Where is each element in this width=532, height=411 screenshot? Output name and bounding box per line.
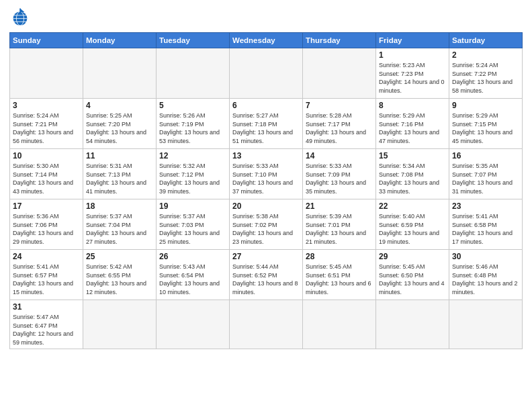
calendar-cell bbox=[303, 300, 376, 349]
day-number: 26 bbox=[159, 252, 226, 261]
calendar-cell bbox=[83, 300, 157, 349]
calendar-cell: 14Sunrise: 5:33 AM Sunset: 7:09 PM Dayli… bbox=[303, 149, 376, 199]
day-info: Sunrise: 5:35 AM Sunset: 7:07 PM Dayligh… bbox=[452, 162, 519, 195]
day-number: 1 bbox=[379, 50, 446, 60]
day-number: 3 bbox=[13, 101, 80, 110]
calendar-cell bbox=[230, 300, 303, 349]
day-number: 19 bbox=[159, 201, 226, 211]
calendar-cell: 24Sunrise: 5:41 AM Sunset: 6:57 PM Dayli… bbox=[10, 250, 83, 300]
day-number: 24 bbox=[13, 252, 80, 261]
week-row-5: 24Sunrise: 5:41 AM Sunset: 6:57 PM Dayli… bbox=[10, 250, 523, 300]
day-number: 7 bbox=[306, 101, 373, 110]
day-info: Sunrise: 5:39 AM Sunset: 7:01 PM Dayligh… bbox=[306, 212, 373, 246]
week-row-2: 3Sunrise: 5:24 AM Sunset: 7:21 PM Daylig… bbox=[10, 99, 523, 149]
calendar-cell: 26Sunrise: 5:43 AM Sunset: 6:54 PM Dayli… bbox=[157, 250, 230, 300]
week-row-4: 17Sunrise: 5:36 AM Sunset: 7:06 PM Dayli… bbox=[10, 199, 523, 250]
day-info: Sunrise: 5:29 AM Sunset: 7:16 PM Dayligh… bbox=[379, 111, 446, 145]
calendar-cell: 28Sunrise: 5:45 AM Sunset: 6:51 PM Dayli… bbox=[303, 250, 376, 300]
day-info: Sunrise: 5:26 AM Sunset: 7:19 PM Dayligh… bbox=[159, 111, 226, 145]
calendar-cell: 11Sunrise: 5:31 AM Sunset: 7:13 PM Dayli… bbox=[83, 149, 157, 199]
day-number: 23 bbox=[452, 201, 519, 211]
day-info: Sunrise: 5:27 AM Sunset: 7:18 PM Dayligh… bbox=[232, 111, 300, 145]
calendar-cell: 1Sunrise: 5:23 AM Sunset: 7:23 PM Daylig… bbox=[376, 48, 449, 99]
day-number: 20 bbox=[232, 201, 300, 211]
calendar-cell: 22Sunrise: 5:40 AM Sunset: 6:59 PM Dayli… bbox=[376, 199, 449, 250]
calendar-cell: 30Sunrise: 5:46 AM Sunset: 6:48 PM Dayli… bbox=[449, 250, 523, 300]
weekday-header-row: SundayMondayTuesdayWednesdayThursdayFrid… bbox=[10, 33, 523, 48]
day-info: Sunrise: 5:33 AM Sunset: 7:10 PM Dayligh… bbox=[232, 162, 300, 195]
day-info: Sunrise: 5:45 AM Sunset: 6:50 PM Dayligh… bbox=[379, 263, 446, 296]
week-row-3: 10Sunrise: 5:30 AM Sunset: 7:14 PM Dayli… bbox=[10, 149, 523, 199]
calendar-cell bbox=[157, 48, 230, 99]
weekday-thursday: Thursday bbox=[303, 33, 376, 48]
calendar-cell bbox=[303, 48, 376, 99]
day-number: 29 bbox=[379, 252, 446, 261]
calendar-cell: 2Sunrise: 5:24 AM Sunset: 7:22 PM Daylig… bbox=[449, 48, 523, 99]
calendar-cell bbox=[83, 48, 157, 99]
day-info: Sunrise: 5:25 AM Sunset: 7:20 PM Dayligh… bbox=[86, 111, 153, 145]
day-number: 11 bbox=[86, 151, 153, 161]
calendar-cell: 19Sunrise: 5:37 AM Sunset: 7:03 PM Dayli… bbox=[157, 199, 230, 250]
calendar-cell: 27Sunrise: 5:44 AM Sunset: 6:52 PM Dayli… bbox=[230, 250, 303, 300]
calendar-cell bbox=[230, 48, 303, 99]
weekday-wednesday: Wednesday bbox=[230, 33, 303, 48]
day-number: 30 bbox=[452, 252, 519, 261]
day-number: 31 bbox=[13, 302, 80, 312]
day-info: Sunrise: 5:28 AM Sunset: 7:17 PM Dayligh… bbox=[306, 111, 373, 145]
day-number: 9 bbox=[452, 101, 519, 110]
day-number: 12 bbox=[159, 151, 226, 161]
day-number: 17 bbox=[13, 201, 80, 211]
day-info: Sunrise: 5:47 AM Sunset: 6:47 PM Dayligh… bbox=[13, 313, 80, 347]
day-number: 25 bbox=[86, 252, 153, 261]
day-number: 22 bbox=[379, 201, 446, 211]
day-info: Sunrise: 5:38 AM Sunset: 7:02 PM Dayligh… bbox=[232, 212, 300, 246]
header bbox=[9, 7, 523, 28]
weekday-monday: Monday bbox=[83, 33, 157, 48]
day-number: 6 bbox=[232, 101, 300, 110]
day-number: 8 bbox=[379, 101, 446, 110]
calendar-cell: 5Sunrise: 5:26 AM Sunset: 7:19 PM Daylig… bbox=[157, 99, 230, 149]
day-info: Sunrise: 5:30 AM Sunset: 7:14 PM Dayligh… bbox=[13, 162, 80, 195]
calendar-cell bbox=[449, 300, 523, 349]
day-number: 4 bbox=[86, 101, 153, 110]
calendar-cell: 12Sunrise: 5:32 AM Sunset: 7:12 PM Dayli… bbox=[157, 149, 230, 199]
day-number: 10 bbox=[13, 151, 80, 161]
week-row-6: 31Sunrise: 5:47 AM Sunset: 6:47 PM Dayli… bbox=[10, 300, 523, 349]
logo-icon bbox=[9, 7, 31, 28]
day-info: Sunrise: 5:36 AM Sunset: 7:06 PM Dayligh… bbox=[13, 212, 80, 246]
calendar-cell: 23Sunrise: 5:41 AM Sunset: 6:58 PM Dayli… bbox=[449, 199, 523, 250]
calendar-cell bbox=[157, 300, 230, 349]
day-info: Sunrise: 5:40 AM Sunset: 6:59 PM Dayligh… bbox=[379, 212, 446, 246]
calendar-cell: 7Sunrise: 5:28 AM Sunset: 7:17 PM Daylig… bbox=[303, 99, 376, 149]
day-number: 14 bbox=[306, 151, 373, 161]
weekday-sunday: Sunday bbox=[10, 33, 83, 48]
calendar-cell: 16Sunrise: 5:35 AM Sunset: 7:07 PM Dayli… bbox=[449, 149, 523, 199]
weekday-tuesday: Tuesday bbox=[157, 33, 230, 48]
calendar-cell: 8Sunrise: 5:29 AM Sunset: 7:16 PM Daylig… bbox=[376, 99, 449, 149]
day-number: 21 bbox=[306, 201, 373, 211]
day-info: Sunrise: 5:24 AM Sunset: 7:22 PM Dayligh… bbox=[452, 61, 519, 95]
day-number: 27 bbox=[232, 252, 300, 261]
calendar-cell: 6Sunrise: 5:27 AM Sunset: 7:18 PM Daylig… bbox=[230, 99, 303, 149]
calendar-cell: 3Sunrise: 5:24 AM Sunset: 7:21 PM Daylig… bbox=[10, 99, 83, 149]
day-info: Sunrise: 5:34 AM Sunset: 7:08 PM Dayligh… bbox=[379, 162, 446, 195]
day-info: Sunrise: 5:41 AM Sunset: 6:58 PM Dayligh… bbox=[452, 212, 519, 246]
week-row-1: 1Sunrise: 5:23 AM Sunset: 7:23 PM Daylig… bbox=[10, 48, 523, 99]
day-info: Sunrise: 5:33 AM Sunset: 7:09 PM Dayligh… bbox=[306, 162, 373, 195]
day-info: Sunrise: 5:44 AM Sunset: 6:52 PM Dayligh… bbox=[232, 263, 300, 296]
day-info: Sunrise: 5:41 AM Sunset: 6:57 PM Dayligh… bbox=[13, 263, 80, 296]
day-info: Sunrise: 5:46 AM Sunset: 6:48 PM Dayligh… bbox=[452, 263, 519, 296]
day-number: 28 bbox=[306, 252, 373, 261]
svg-marker-5 bbox=[20, 8, 24, 12]
day-number: 13 bbox=[232, 151, 300, 161]
calendar-cell: 31Sunrise: 5:47 AM Sunset: 6:47 PM Dayli… bbox=[10, 300, 83, 349]
weekday-saturday: Saturday bbox=[449, 33, 523, 48]
logo bbox=[9, 7, 34, 28]
calendar-cell: 21Sunrise: 5:39 AM Sunset: 7:01 PM Dayli… bbox=[303, 199, 376, 250]
calendar-cell: 15Sunrise: 5:34 AM Sunset: 7:08 PM Dayli… bbox=[376, 149, 449, 199]
calendar-cell: 10Sunrise: 5:30 AM Sunset: 7:14 PM Dayli… bbox=[10, 149, 83, 199]
calendar-cell: 18Sunrise: 5:37 AM Sunset: 7:04 PM Dayli… bbox=[83, 199, 157, 250]
day-info: Sunrise: 5:43 AM Sunset: 6:54 PM Dayligh… bbox=[159, 263, 226, 296]
calendar-cell: 29Sunrise: 5:45 AM Sunset: 6:50 PM Dayli… bbox=[376, 250, 449, 300]
calendar-cell: 13Sunrise: 5:33 AM Sunset: 7:10 PM Dayli… bbox=[230, 149, 303, 199]
